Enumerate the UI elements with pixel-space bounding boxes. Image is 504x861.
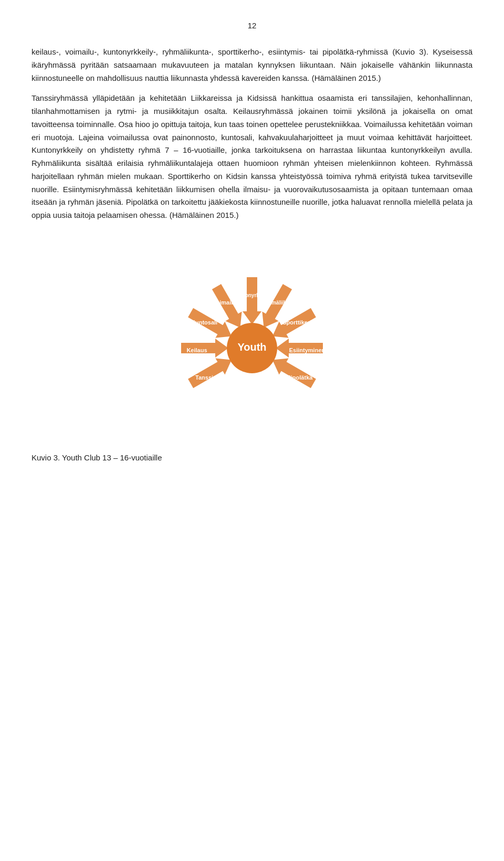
svg-text:Tanssi: Tanssi [195, 374, 213, 381]
diagram-caption: Kuvio 3. Youth Club 13 – 16-vuotiaille [32, 453, 472, 462]
spoke-keilaus: Keilaus [181, 339, 228, 358]
paragraph-1: keilaus-, voimailu-, kuntonyrkkeily-, ry… [32, 46, 472, 85]
diagram-area: Voimailu Kuntonyrkkeily Ryhmäliikunta Ku… [32, 243, 472, 443]
svg-marker-2 [243, 277, 261, 324]
diagram-svg: Voimailu Kuntonyrkkeily Ryhmäliikunta Ku… [68, 243, 436, 443]
svg-text:Ryhmäliikunta: Ryhmäliikunta [261, 299, 298, 305]
svg-marker-14 [186, 352, 236, 392]
page-number: 12 [32, 21, 472, 30]
svg-marker-16 [268, 352, 318, 392]
svg-text:Esiintyminen: Esiintyminen [289, 347, 326, 353]
svg-text:Sporttikerho: Sporttikerho [282, 319, 317, 326]
main-text: keilaus-, voimailu-, kuntonyrkkeily-, ry… [32, 46, 472, 222]
center-label: Youth [237, 341, 266, 353]
svg-text:Keilaus: Keilaus [186, 347, 207, 353]
svg-text:Voimailu: Voimailu [213, 299, 236, 306]
svg-text:Kuntonyrkkeily: Kuntonyrkkeily [233, 292, 271, 298]
spoke-tanssi: Tanssi [186, 352, 236, 392]
svg-text:Kuntosali: Kuntosali [191, 319, 217, 326]
spoke-esiintyminen: Esiintyminen [276, 339, 326, 358]
svg-text:Pipolätkä: Pipolätkä [287, 374, 313, 381]
paragraph-2: Tanssiryhmässä ylläpidetään ja kehitetää… [32, 92, 472, 222]
